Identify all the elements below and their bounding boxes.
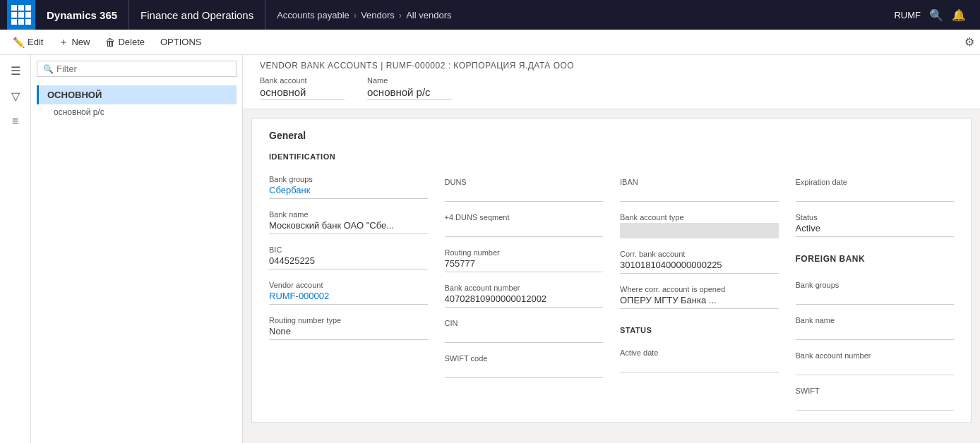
identification-title: IDENTIFICATION bbox=[269, 152, 428, 161]
bic-label: BIC bbox=[269, 245, 428, 254]
settings-icon[interactable]: ⚙ bbox=[964, 35, 974, 49]
filter-input[interactable] bbox=[56, 63, 230, 74]
field-bank-account-type: Bank account type bbox=[620, 213, 779, 238]
top-nav: Dynamics 365 Finance and Operations Acco… bbox=[0, 0, 980, 30]
routing-number-value: 755777 bbox=[445, 258, 604, 272]
foreign-bank-account-number-value bbox=[796, 361, 955, 375]
swift-value bbox=[796, 396, 955, 411]
duns4-value bbox=[445, 223, 604, 237]
form-col-identification: IDENTIFICATION Bank groups Сбербанк Bank… bbox=[269, 152, 428, 411]
breadcrumb-accounts-payable[interactable]: Accounts payable bbox=[277, 10, 349, 20]
bank-name-label: Bank name bbox=[269, 210, 428, 219]
field-corr-bank-account: Corr. bank account 30101810400000000225 bbox=[620, 250, 779, 274]
foreign-bank-name-value bbox=[796, 326, 955, 340]
nav-item-osnovnoy[interactable]: ОСНОВНОЙ bbox=[37, 85, 237, 104]
foreign-bank-title: FOREIGN BANK bbox=[796, 254, 955, 264]
brand-title: Dynamics 365 bbox=[47, 9, 117, 21]
field-bank-groups: Bank groups Сбербанк bbox=[269, 175, 428, 199]
content-area: VENDOR BANK ACCOUNTS | RUMF-000002 : КОР… bbox=[243, 55, 980, 443]
routing-number-type-label: Routing number type bbox=[269, 316, 428, 324]
duns-label: DUNS bbox=[445, 178, 604, 186]
iban-value bbox=[620, 188, 779, 202]
field-corr-opened: Where corr. account is opened ОПЕРУ МГТУ… bbox=[620, 285, 779, 309]
field-iban: IBAN bbox=[620, 178, 779, 202]
new-button[interactable]: ＋ New bbox=[52, 31, 97, 54]
nav-group: ОСНОВНОЙ основной р/с bbox=[31, 83, 242, 123]
field-bank-account-number: Bank account number 40702810900000012002 bbox=[445, 284, 604, 308]
form-col-2: DUNS +4 DUNS seqment Routing number 7557… bbox=[445, 152, 604, 411]
field-bic: BIC 044525225 bbox=[269, 245, 428, 269]
breadcrumb-vendors[interactable]: Vendors bbox=[361, 10, 395, 20]
bank-groups-value[interactable]: Сбербанк bbox=[269, 185, 428, 199]
status-value: Active bbox=[796, 223, 955, 237]
active-date-label: Active date bbox=[620, 348, 779, 357]
field-foreign-bank-groups: Bank groups bbox=[796, 281, 955, 305]
apps-button[interactable] bbox=[7, 0, 35, 30]
field-swift-code: SWIFT code bbox=[445, 354, 604, 378]
left-panel: 🔍 ОСНОВНОЙ основной р/с bbox=[31, 55, 243, 443]
cin-label: CIN bbox=[445, 319, 604, 327]
form-col-3: IBAN Bank account type Corr. bank accoun… bbox=[620, 152, 779, 411]
bank-account-type-input[interactable] bbox=[620, 223, 779, 238]
expiration-date-value bbox=[796, 188, 955, 202]
top-nav-right: RUMF 🔍 🔔 bbox=[894, 8, 973, 22]
bank-account-label: Bank account bbox=[260, 76, 345, 85]
breadcrumb: Accounts payable › Vendors › All vendors bbox=[265, 10, 894, 20]
swift-label: SWIFT bbox=[796, 387, 955, 395]
delete-button[interactable]: 🗑 Delete bbox=[98, 31, 152, 54]
filter-icon[interactable]: ▽ bbox=[1, 83, 30, 109]
form-col-4: Expiration date Status Active FOREIGN BA… bbox=[796, 152, 955, 411]
corr-opened-label: Where corr. account is opened bbox=[620, 285, 779, 293]
bank-account-field: Bank account основной bbox=[260, 76, 345, 100]
field-swift: SWIFT bbox=[796, 387, 955, 411]
user-initials: RUMF bbox=[894, 10, 921, 20]
options-button[interactable]: OPTIONS bbox=[153, 31, 209, 54]
list-icon[interactable]: ≡ bbox=[1, 109, 30, 134]
vendor-account-value[interactable]: RUMF-000002 bbox=[269, 291, 428, 305]
name-label: Name bbox=[367, 76, 452, 85]
notification-icon[interactable]: 🔔 bbox=[952, 8, 966, 22]
menu-icon[interactable]: ☰ bbox=[1, 58, 30, 83]
duns4-label: +4 DUNS seqment bbox=[445, 213, 604, 222]
foreign-bank-groups-label: Bank groups bbox=[796, 281, 955, 289]
name-value: основной р/с bbox=[367, 86, 452, 100]
brand: Dynamics 365 bbox=[35, 0, 129, 30]
foreign-bank-account-number-label: Bank account number bbox=[796, 351, 955, 360]
nav-sub-osnovnoy[interactable]: основной р/с bbox=[37, 104, 237, 120]
expiration-date-label: Expiration date bbox=[796, 178, 955, 186]
field-duns: DUNS bbox=[445, 178, 604, 202]
form-section-general: General IDENTIFICATION Bank groups Сберб… bbox=[251, 118, 972, 423]
foreign-bank-groups-value bbox=[796, 291, 955, 305]
status-section-title: STATUS bbox=[620, 326, 779, 334]
edit-button[interactable]: ✏️ Edit bbox=[6, 31, 50, 54]
duns-value bbox=[445, 188, 604, 202]
field-foreign-bank-account-number: Bank account number bbox=[796, 351, 955, 375]
cin-value bbox=[445, 329, 604, 343]
foreign-bank-name-label: Bank name bbox=[796, 316, 955, 324]
iban-label: IBAN bbox=[620, 178, 779, 186]
trash-icon: 🗑 bbox=[105, 37, 115, 48]
main-layout: ☰ ▽ ≡ 🔍 ОСНОВНОЙ основной р/с VENDOR BAN… bbox=[0, 55, 980, 443]
field-bank-name: Bank name Московский банк ОАО "Сбе... bbox=[269, 210, 428, 234]
routing-number-label: Routing number bbox=[445, 248, 604, 257]
module: Finance and Operations bbox=[129, 0, 265, 30]
field-active-date: Active date bbox=[620, 348, 779, 372]
module-title: Finance and Operations bbox=[141, 9, 253, 21]
toolbar: ✏️ Edit ＋ New 🗑 Delete OPTIONS ⚙ bbox=[0, 30, 980, 55]
search-icon[interactable]: 🔍 bbox=[929, 8, 943, 22]
field-status: Status Active bbox=[796, 213, 955, 237]
bank-groups-label: Bank groups bbox=[269, 175, 428, 183]
page-header: VENDOR BANK ACCOUNTS | RUMF-000002 : КОР… bbox=[243, 55, 980, 109]
swift-code-label: SWIFT code bbox=[445, 354, 604, 363]
field-routing-number: Routing number 755777 bbox=[445, 248, 604, 272]
sidebar-icons: ☰ ▽ ≡ bbox=[0, 55, 31, 443]
page-header-fields: Bank account основной Name основной р/с bbox=[260, 76, 963, 100]
routing-number-type-value: None bbox=[269, 326, 428, 340]
field-duns4: +4 DUNS seqment bbox=[445, 213, 604, 237]
bic-value: 044525225 bbox=[269, 255, 428, 269]
name-field: Name основной р/с bbox=[367, 76, 452, 100]
breadcrumb-all-vendors[interactable]: All vendors bbox=[406, 10, 451, 20]
bank-account-type-label: Bank account type bbox=[620, 213, 779, 222]
plus-icon: ＋ bbox=[59, 36, 68, 49]
filter-search-icon: 🔍 bbox=[43, 64, 54, 74]
